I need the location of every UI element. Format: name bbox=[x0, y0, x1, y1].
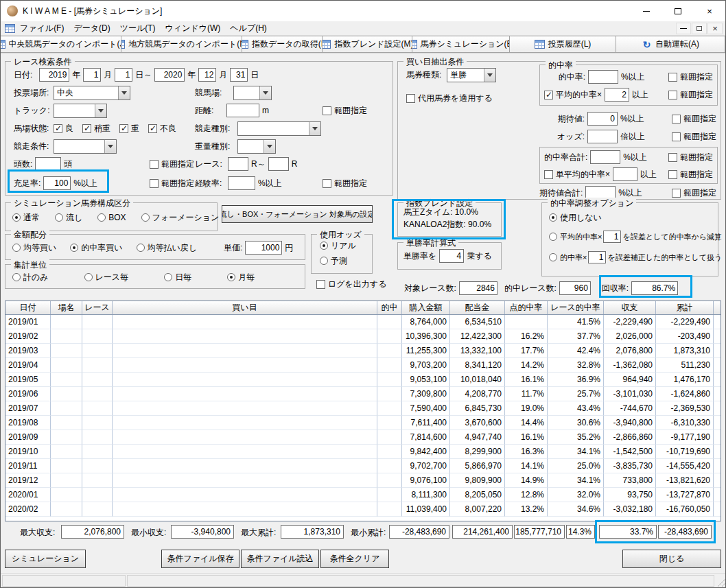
column-header[interactable]: レース bbox=[82, 301, 113, 314]
odds-input[interactable] bbox=[587, 130, 618, 143]
close-button[interactable]: × bbox=[694, 1, 725, 21]
weight-type-select[interactable] bbox=[237, 139, 276, 154]
table-row[interactable]: 2019/01 8,764,000 6,534,510 41.5% -2,229… bbox=[5, 315, 721, 329]
mdi-close-button[interactable] bbox=[707, 23, 723, 34]
table-row[interactable]: 2019/06 7,309,800 4,208,770 11.7% 25.7% … bbox=[5, 387, 721, 401]
table-row[interactable]: 2019/10 9,842,400 8,299,900 16.3% 34.1% … bbox=[5, 445, 721, 459]
range-checkbox[interactable]: 範囲指定 bbox=[150, 178, 194, 189]
hit-rate-sum-input[interactable] bbox=[590, 150, 620, 164]
toolbar-button[interactable]: 自動運転(A) bbox=[616, 36, 725, 53]
toolbar-button[interactable]: 投票履歴(L) bbox=[509, 36, 616, 53]
condition-checkbox[interactable]: 稍重 bbox=[82, 123, 110, 134]
table-row[interactable]: 2019/12 9,076,100 9,809,900 14.9% 34.1% … bbox=[5, 473, 721, 488]
condition-checkbox[interactable]: 重 bbox=[119, 123, 139, 134]
radio-option[interactable]: 予測 bbox=[320, 255, 347, 267]
radio-option[interactable]: 的中率買い bbox=[70, 242, 122, 254]
hit-rate-input[interactable] bbox=[588, 70, 618, 84]
adjust-correct-input[interactable]: 1 bbox=[588, 251, 606, 263]
menu-item[interactable]: データ(D) bbox=[69, 21, 115, 35]
from-day-input[interactable]: 1 bbox=[115, 68, 132, 82]
range-checkbox[interactable]: 範囲指定 bbox=[672, 131, 718, 143]
race-from-input[interactable] bbox=[228, 157, 248, 171]
table-row[interactable]: 2019/07 7,590,400 6,845,730 19.0% 43.4% … bbox=[5, 401, 721, 416]
radio-option[interactable]: フォーメーション bbox=[141, 212, 220, 224]
column-header[interactable]: 配当金 bbox=[450, 301, 505, 314]
condition-checkbox[interactable]: 不良 bbox=[148, 123, 176, 134]
range-checkbox[interactable]: 範囲指定 bbox=[668, 89, 714, 101]
range-checkbox[interactable]: 範囲指定 bbox=[672, 187, 718, 199]
column-header[interactable]: 日付 bbox=[5, 301, 51, 314]
track-select[interactable] bbox=[54, 104, 107, 118]
toolbar-button[interactable]: 指数データの取得(I) bbox=[242, 36, 323, 53]
column-header[interactable]: 買い目 bbox=[113, 301, 377, 314]
place-select[interactable]: 中央 bbox=[54, 86, 130, 100]
heads-input[interactable] bbox=[35, 157, 61, 171]
distance-input[interactable] bbox=[226, 104, 259, 117]
toolbar-button[interactable]: 馬券シミュレーション(B) bbox=[412, 36, 510, 53]
table-row[interactable]: 2019/11 9,702,700 5,866,970 14.1% 25.0% … bbox=[5, 459, 721, 473]
column-header[interactable]: 累計 bbox=[656, 301, 714, 314]
load-conditions-button[interactable]: 条件ファイル読込 bbox=[241, 550, 319, 568]
table-row[interactable]: 2020/02 11,039,400 8,007,220 13.2% 34.6%… bbox=[5, 502, 721, 517]
close-dialog-button[interactable]: 閉じる bbox=[622, 550, 721, 568]
radio-option[interactable]: BOX bbox=[97, 213, 126, 222]
to-day-input[interactable]: 31 bbox=[230, 68, 248, 82]
avg-sum-input[interactable] bbox=[613, 167, 637, 181]
table-row[interactable]: 2020/01 8,111,300 8,205,050 12.8% 32.0% … bbox=[5, 488, 721, 502]
menu-item[interactable]: ファイル(F) bbox=[15, 21, 69, 35]
column-header[interactable]: 場名 bbox=[51, 301, 82, 314]
fill-rate-input[interactable]: 100 bbox=[43, 176, 71, 190]
range-checkbox[interactable]: 範囲指定 bbox=[672, 113, 718, 125]
radio-option[interactable]: レース毎 bbox=[84, 272, 129, 283]
radio-option[interactable]: 流し bbox=[55, 212, 82, 224]
range-checkbox[interactable]: 範囲指定 bbox=[668, 71, 714, 83]
column-header[interactable]: レース的中率 bbox=[548, 301, 604, 314]
radio-option[interactable]: リアル bbox=[320, 240, 356, 252]
avg-hit-rate-checkbox[interactable]: 平均的中率× bbox=[544, 89, 602, 101]
table-row[interactable]: 2019/05 9,053,100 10,018,040 16.1% 36.9%… bbox=[5, 373, 721, 387]
range-checkbox[interactable]: 範囲指定 bbox=[150, 158, 194, 170]
to-month-input[interactable]: 12 bbox=[198, 68, 216, 82]
adjust-subtract-input[interactable]: 1 bbox=[603, 231, 621, 243]
from-month-input[interactable]: 1 bbox=[83, 68, 101, 82]
toolbar-button[interactable]: 指数ブレンド設定(M) bbox=[322, 36, 412, 53]
clear-conditions-button[interactable]: 条件全クリア bbox=[320, 550, 389, 568]
menu-item[interactable]: ウィンドウ(W) bbox=[161, 21, 226, 35]
radio-option[interactable]: 日毎 bbox=[164, 272, 191, 283]
range-checkbox[interactable]: 範囲指定 bbox=[323, 105, 367, 117]
range-checkbox[interactable]: 範囲指定 bbox=[323, 178, 367, 189]
adjust-option-none[interactable]: 使用しない bbox=[549, 212, 602, 224]
table-row[interactable]: 2019/02 10,396,300 12,422,300 16.2% 37.7… bbox=[5, 329, 721, 344]
power-input[interactable]: 4 bbox=[439, 249, 464, 263]
table-row[interactable]: 2019/04 9,703,200 8,341,120 14.2% 32.8% … bbox=[5, 358, 721, 373]
simulate-button[interactable]: シミュレーション bbox=[5, 550, 86, 568]
maximize-button[interactable] bbox=[662, 1, 694, 21]
condition-checkbox[interactable]: 良 bbox=[54, 123, 73, 134]
race-to-input[interactable] bbox=[268, 157, 289, 171]
unit-price-input[interactable]: 1000 bbox=[245, 241, 282, 255]
toolbar-button[interactable]: 地方競馬データのインポート(N) bbox=[121, 36, 242, 53]
ticket-type-select[interactable]: 単勝 bbox=[447, 68, 496, 82]
substitute-ticket-checkbox[interactable]: 代用馬券を適用する bbox=[406, 93, 493, 104]
exp-rate-input[interactable] bbox=[228, 176, 255, 190]
save-conditions-button[interactable]: 条件ファイル保存 bbox=[161, 550, 239, 568]
log-output-checkbox[interactable]: ログを出力する bbox=[316, 279, 386, 290]
to-year-input[interactable]: 2020 bbox=[154, 68, 185, 82]
menu-item[interactable]: ヘルプ(H) bbox=[225, 21, 272, 35]
mdi-restore-button[interactable] bbox=[692, 23, 707, 34]
resize-grip[interactable] bbox=[716, 577, 726, 587]
race-cond-select[interactable] bbox=[54, 139, 117, 154]
avg-sum-checkbox[interactable]: 単平均的中率× bbox=[544, 169, 610, 180]
column-header[interactable]: 点的中率 bbox=[505, 301, 548, 314]
radio-option[interactable]: 均等買い bbox=[12, 242, 56, 254]
menu-item[interactable]: ツール(T) bbox=[115, 21, 161, 35]
column-header[interactable]: 購入金額 bbox=[402, 301, 450, 314]
radio-option[interactable]: 通常 bbox=[12, 212, 40, 224]
avg-hit-rate-input[interactable]: 2 bbox=[605, 88, 629, 102]
adjust-option-correct[interactable]: 的中率× bbox=[549, 252, 587, 263]
minimize-button[interactable] bbox=[631, 1, 662, 21]
mdi-minimize-button[interactable] bbox=[676, 23, 691, 34]
column-header[interactable]: 収支 bbox=[604, 301, 656, 314]
toolbar-button[interactable]: 中央競馬データのインポート(J) bbox=[0, 36, 121, 53]
radio-option[interactable]: 月毎 bbox=[227, 272, 255, 283]
